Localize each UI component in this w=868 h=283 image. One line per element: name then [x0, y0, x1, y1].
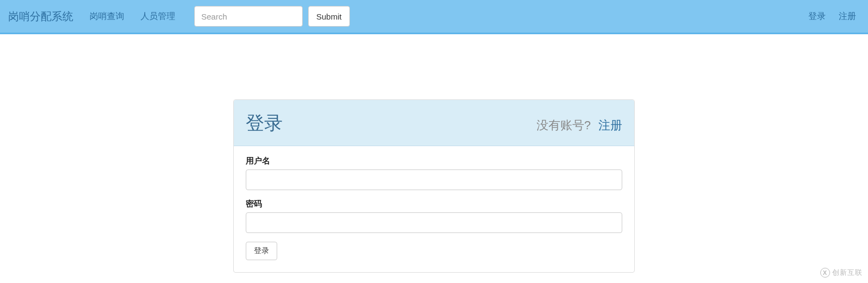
nav-link-personnel[interactable]: 人员管理 — [132, 11, 183, 22]
login-panel-heading: 登录 没有账号? 注册 — [234, 100, 634, 146]
login-panel-subtitle: 没有账号? 注册 — [537, 117, 622, 134]
watermark-icon: X — [820, 268, 830, 278]
nav-search-form: Submit — [194, 6, 350, 27]
nav-link-login[interactable]: 登录 — [802, 11, 832, 22]
username-input[interactable] — [246, 169, 622, 190]
password-group: 密码 — [246, 199, 622, 233]
watermark: X 创新互联 — [820, 268, 863, 278]
password-label: 密码 — [246, 199, 622, 209]
navbar-right: 登录 注册 — [802, 11, 863, 22]
search-input[interactable] — [194, 6, 303, 27]
top-navbar: 岗哨分配系统 岗哨查询 人员管理 Submit 登录 注册 — [0, 0, 868, 34]
username-label: 用户名 — [246, 156, 622, 166]
login-panel-title: 登录 — [246, 111, 283, 136]
login-button[interactable]: 登录 — [246, 242, 277, 260]
login-panel: 登录 没有账号? 注册 用户名 密码 登录 — [233, 99, 635, 273]
search-submit-button[interactable]: Submit — [308, 6, 350, 27]
watermark-text: 创新互联 — [832, 268, 863, 278]
nav-link-register[interactable]: 注册 — [832, 11, 863, 22]
login-panel-body: 用户名 密码 登录 — [234, 146, 634, 272]
username-group: 用户名 — [246, 156, 622, 190]
main-container: 登录 没有账号? 注册 用户名 密码 登录 — [233, 99, 635, 273]
nav-link-sentry-query[interactable]: 岗哨查询 — [81, 11, 132, 22]
brand-link[interactable]: 岗哨分配系统 — [5, 9, 81, 24]
register-link[interactable]: 注册 — [598, 118, 622, 132]
no-account-text: 没有账号? — [537, 118, 591, 132]
password-input[interactable] — [246, 212, 622, 233]
